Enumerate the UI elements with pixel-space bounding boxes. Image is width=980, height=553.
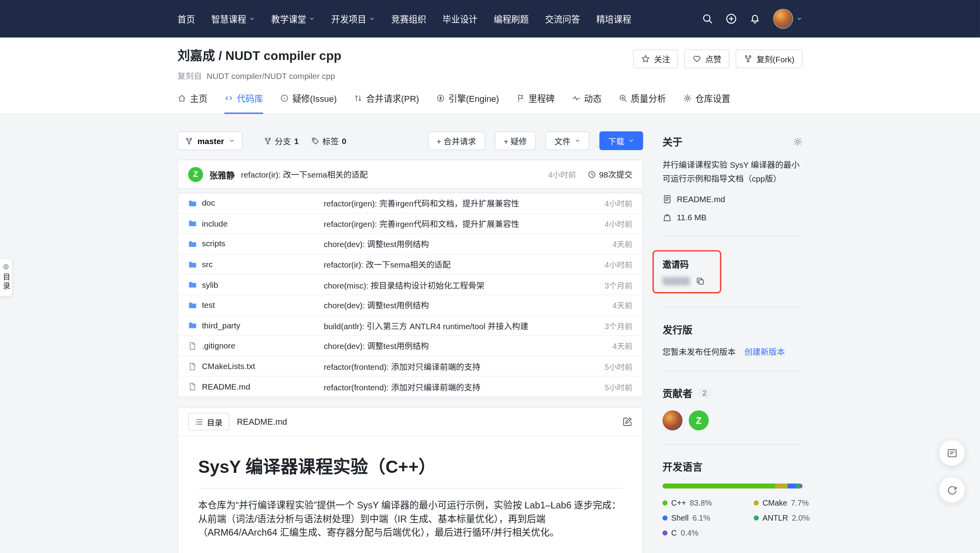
- nav-item-编程刷题[interactable]: 编程刷题: [494, 13, 529, 25]
- new-issue-button[interactable]: + 疑修: [495, 131, 536, 150]
- nav-item-首页[interactable]: 首页: [177, 13, 195, 25]
- file-name[interactable]: .gitignore: [202, 341, 235, 351]
- language-pct: 6.1%: [693, 514, 710, 522]
- user-avatar: [773, 9, 793, 29]
- commit-message-link[interactable]: refactor(frontend): 添加对只编译前端的支持: [324, 360, 585, 372]
- plus-icon[interactable]: [726, 13, 737, 24]
- commit-message-link[interactable]: chore(dev): 调整test用例结构: [324, 238, 585, 250]
- commit-message-link[interactable]: refactor(ir): 改一下sema相关的适配: [241, 168, 368, 180]
- readme-link[interactable]: README.md: [663, 195, 803, 204]
- file-icon: [188, 382, 197, 391]
- file-row[interactable]: srcrefactor(ir): 改一下sema相关的适配4小时前: [178, 255, 643, 275]
- language-dot: [754, 501, 759, 506]
- file-name[interactable]: doc: [202, 199, 215, 208]
- commit-message-link[interactable]: chore(misc): 按目录结构设计初始化工程骨架: [324, 279, 585, 291]
- download-button[interactable]: 下载: [599, 131, 643, 150]
- gear-icon[interactable]: [793, 137, 803, 146]
- nav-item-教学课堂[interactable]: 教学课堂: [271, 13, 315, 25]
- fork-button[interactable]: 复刻(Fork): [736, 49, 803, 68]
- contributor-avatar[interactable]: [663, 411, 683, 431]
- file-name[interactable]: src: [202, 260, 213, 269]
- file-name[interactable]: include: [202, 219, 228, 229]
- tab-里程碑[interactable]: 里程碑: [516, 92, 554, 114]
- commit-author-avatar[interactable]: Z: [188, 167, 203, 182]
- nav-item-竞赛组织[interactable]: 竞赛组织: [391, 13, 426, 25]
- commit-message-link[interactable]: refactor(irgen): 完善irgen代码和文档，提升扩展兼容性: [324, 197, 585, 209]
- nav-item-精培课程[interactable]: 精培课程: [596, 13, 631, 25]
- file-name[interactable]: scripts: [202, 239, 226, 249]
- chevron-down-icon: [249, 16, 255, 22]
- commit-count[interactable]: 98次提交: [587, 168, 633, 180]
- file-name[interactable]: sylib: [202, 280, 218, 289]
- tab-引擎(Engine)[interactable]: 引擎(Engine): [436, 92, 499, 114]
- commit-message-link[interactable]: chore(dev): 调整test用例结构: [324, 340, 585, 352]
- contributor-avatar[interactable]: Z: [689, 411, 709, 431]
- bell-icon[interactable]: [749, 13, 761, 24]
- toc-button[interactable]: 目录: [188, 413, 230, 431]
- file-row[interactable]: third_partybuild(antlr): 引入第三方 ANTLR4 ru…: [178, 316, 643, 336]
- branch-selector[interactable]: master: [177, 131, 242, 150]
- branches-stat[interactable]: 分支 1: [263, 135, 299, 147]
- tab-代码库[interactable]: 代码库: [224, 92, 263, 114]
- file-row[interactable]: CMakeLists.txtrefactor(frontend): 添加对只编译…: [178, 356, 643, 377]
- edit-icon[interactable]: [622, 417, 632, 427]
- file-row[interactable]: scriptschore(dev): 调整test用例结构4天前: [178, 234, 643, 255]
- files-button[interactable]: 文件: [545, 131, 589, 150]
- toc-side-tab[interactable]: 目录: [0, 259, 13, 297]
- tab-合并请求(PR)[interactable]: 合并请求(PR): [354, 92, 419, 114]
- tab-主页[interactable]: 主页: [177, 92, 207, 114]
- language-name: C: [671, 529, 677, 537]
- file-row[interactable]: README.mdrefactor(frontend): 添加对只编译前端的支持…: [178, 377, 643, 397]
- copy-icon[interactable]: [696, 277, 705, 286]
- engine-icon: [436, 94, 445, 103]
- search-icon[interactable]: [702, 13, 713, 24]
- create-release-link[interactable]: 创建新版本: [745, 345, 785, 357]
- tab-质量分析[interactable]: 质量分析: [618, 92, 666, 114]
- fork-source-link[interactable]: NUDT compiler/NUDT compiler cpp: [207, 71, 335, 81]
- feedback-button[interactable]: [939, 440, 965, 466]
- nav-item-交流问答[interactable]: 交流问答: [545, 13, 580, 25]
- file-name[interactable]: README.md: [202, 382, 250, 392]
- commit-message-link[interactable]: refactor(frontend): 添加对只编译前端的支持: [324, 381, 585, 393]
- new-pr-button[interactable]: + 合并请求: [428, 131, 485, 150]
- tab-动态[interactable]: 动态: [571, 92, 601, 114]
- repo-toolbar: master 分支 1 标签 0 + 合: [177, 131, 643, 150]
- folder-icon: [188, 240, 197, 248]
- tab-仓库设置[interactable]: 仓库设置: [683, 92, 730, 114]
- language-name: C++: [671, 499, 686, 507]
- file-name[interactable]: CMakeLists.txt: [202, 362, 255, 371]
- tab-label: 仓库设置: [695, 92, 730, 105]
- user-menu[interactable]: [773, 9, 802, 29]
- repo-size-label: 11.6 MB: [677, 213, 706, 222]
- nav-item-开发项目[interactable]: 开发项目: [331, 13, 375, 25]
- language-segment-C: [801, 484, 803, 489]
- language-segment-CMake: [776, 484, 787, 489]
- file-name[interactable]: test: [202, 300, 215, 310]
- nav-item-智慧课程[interactable]: 智慧课程: [211, 13, 255, 25]
- commit-message-link[interactable]: build(antlr): 引入第三方 ANTLR4 runtime/tool …: [324, 320, 585, 332]
- branch-name: master: [198, 136, 224, 146]
- file-row[interactable]: sylibchore(misc): 按目录结构设计初始化工程骨架3个月前: [178, 275, 643, 295]
- tags-stat[interactable]: 标签 0: [311, 135, 346, 147]
- like-button[interactable]: 点赞: [685, 49, 730, 68]
- milestone-icon: [516, 94, 525, 103]
- top-navbar: 首页智慧课程教学课堂开发项目竞赛组织毕业设计编程刷题交流问答精培课程: [0, 0, 980, 37]
- file-row[interactable]: docrefactor(irgen): 完善irgen代码和文档，提升扩展兼容性…: [178, 193, 643, 214]
- watch-button[interactable]: 关注: [633, 49, 678, 68]
- tab-label: 主页: [190, 92, 207, 105]
- language-item: Shell6.1%: [663, 514, 754, 522]
- commit-message-link[interactable]: refactor(ir): 改一下sema相关的适配: [324, 259, 585, 270]
- commit-message-link[interactable]: refactor(irgen): 完善irgen代码和文档，提升扩展兼容性: [324, 217, 585, 229]
- folder-icon: [188, 260, 197, 269]
- commit-message-link[interactable]: chore(dev): 调整test用例结构: [324, 299, 585, 311]
- file-row[interactable]: includerefactor(irgen): 完善irgen代码和文档，提升扩…: [178, 214, 643, 234]
- tab-疑修(Issue)[interactable]: 疑修(Issue): [280, 92, 337, 114]
- refresh-button[interactable]: [939, 477, 965, 503]
- contributors-count: 2: [698, 388, 712, 398]
- file-row[interactable]: .gitignorechore(dev): 调整test用例结构4天前: [178, 336, 643, 356]
- commit-author[interactable]: 张雅静: [209, 168, 235, 181]
- file-row[interactable]: testchore(dev): 调整test用例结构4天前: [178, 295, 643, 316]
- nav-item-label: 首页: [177, 13, 195, 25]
- nav-item-毕业设计[interactable]: 毕业设计: [442, 13, 478, 25]
- file-name[interactable]: third_party: [202, 321, 240, 330]
